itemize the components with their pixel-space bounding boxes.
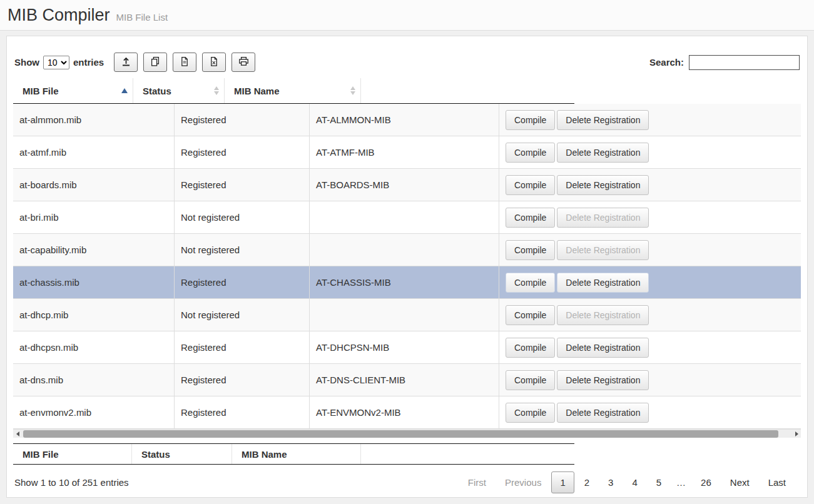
mib-file-cell: at-bri.mib xyxy=(13,201,175,233)
mib-file-list-panel: Show 10 entries xyxy=(6,36,808,498)
delete-registration-button[interactable]: Delete Registration xyxy=(557,338,649,358)
mib-name-cell: AT-ENVMONv2-MIB xyxy=(310,396,499,428)
copy-button[interactable] xyxy=(143,53,167,72)
pagination-1[interactable]: 1 xyxy=(551,471,574,493)
status-cell: Registered xyxy=(175,396,310,428)
column-header-label: MIB File xyxy=(23,86,59,96)
scrollbar-thumb[interactable] xyxy=(23,430,778,438)
mib-file-cell: at-dhcpsn.mib xyxy=(13,331,175,363)
delete-registration-button[interactable]: Delete Registration xyxy=(557,273,649,293)
mib-name-cell xyxy=(310,299,499,331)
mib-name-cell: AT-ALMMON-MIB xyxy=(310,104,499,136)
table-row[interactable]: at-capability.mib Not registered Compile… xyxy=(13,234,801,266)
compile-button[interactable]: Compile xyxy=(506,370,555,390)
status-cell: Registered xyxy=(175,266,310,298)
mib-name-cell: AT-DHCPSN-MIB xyxy=(310,331,499,363)
delete-registration-button[interactable]: Delete Registration xyxy=(557,110,649,130)
status-cell: Registered xyxy=(175,169,310,201)
pagination-first[interactable]: First xyxy=(459,471,495,493)
compile-button[interactable]: Compile xyxy=(506,273,555,293)
search-label: Search: xyxy=(649,57,684,68)
pagination-2[interactable]: 2 xyxy=(576,471,598,493)
column-header-status[interactable]: Status xyxy=(133,78,225,103)
pagination-3[interactable]: 3 xyxy=(599,471,622,493)
compile-button[interactable]: Compile xyxy=(506,305,555,325)
excel-export-button[interactable] xyxy=(202,53,226,72)
page-length-control: Show 10 entries xyxy=(14,56,104,69)
compile-button[interactable]: Compile xyxy=(506,110,555,130)
column-header-actions[interactable] xyxy=(361,78,574,103)
table-row[interactable]: at-dhcp.mib Not registered Compile Delet… xyxy=(13,299,801,331)
sort-down-icon xyxy=(214,91,219,95)
compile-button[interactable]: Compile xyxy=(506,338,555,358)
sort-down-icon xyxy=(350,91,355,95)
compile-button[interactable]: Compile xyxy=(506,208,555,228)
page-title: MIB Compiler xyxy=(8,6,110,24)
delete-registration-button[interactable]: Delete Registration xyxy=(557,143,649,163)
row-actions-cell: Compile Delete Registration xyxy=(499,396,801,428)
table-body: at-almmon.mib Registered AT-ALMMON-MIB C… xyxy=(13,104,801,429)
scrollbar-right-arrow-icon[interactable] xyxy=(792,430,801,438)
table-row[interactable]: at-dns.mib Registered AT-DNS-CLIENT-MIB … xyxy=(13,364,801,396)
upload-button[interactable] xyxy=(114,53,138,72)
mib-file-cell: at-envmonv2.mib xyxy=(13,396,175,428)
column-header-mib-name[interactable]: MIB Name xyxy=(225,78,361,103)
pagination-4[interactable]: 4 xyxy=(623,471,646,493)
table-controls: Show 10 entries xyxy=(14,53,800,72)
compile-button[interactable]: Compile xyxy=(506,175,555,195)
page-subtitle: MIB File List xyxy=(116,12,168,23)
entries-info: Show 1 to 10 of 251 entries xyxy=(14,477,129,488)
entries-select[interactable]: 10 xyxy=(43,56,69,69)
csv-export-button[interactable] xyxy=(173,53,196,72)
column-header-mib-file[interactable]: MIB File xyxy=(13,78,133,103)
table-row[interactable]: at-atmf.mib Registered AT-ATMF-MIB Compi… xyxy=(13,136,801,169)
pagination-previous[interactable]: Previous xyxy=(496,471,550,493)
compile-button[interactable]: Compile xyxy=(506,403,555,423)
scrollbar-left-arrow-icon[interactable] xyxy=(13,430,22,438)
row-actions-cell: Compile Delete Registration xyxy=(499,136,801,168)
row-actions-cell: Compile Delete Registration xyxy=(499,201,801,233)
status-cell: Registered xyxy=(175,364,310,396)
delete-registration-button[interactable]: Delete Registration xyxy=(557,208,649,228)
compile-button[interactable]: Compile xyxy=(506,143,555,163)
upload-icon xyxy=(121,56,131,69)
delete-registration-button[interactable]: Delete Registration xyxy=(557,240,649,260)
table-row[interactable]: at-bri.mib Not registered Compile Delete… xyxy=(13,201,801,234)
sort-up-icon xyxy=(350,86,355,90)
mib-name-cell: AT-BOARDS-MIB xyxy=(310,169,499,201)
mib-file-cell: at-capability.mib xyxy=(13,234,175,266)
table-row[interactable]: at-chassis.mib Registered AT-CHASSIS-MIB… xyxy=(13,266,801,299)
column-header-label: MIB Name xyxy=(234,86,280,96)
table-row[interactable]: at-almmon.mib Registered AT-ALMMON-MIB C… xyxy=(13,104,801,136)
table-row[interactable]: at-boards.mib Registered AT-BOARDS-MIB C… xyxy=(13,169,801,201)
table-row[interactable]: at-dhcpsn.mib Registered AT-DHCPSN-MIB C… xyxy=(13,331,801,364)
file-excel-icon xyxy=(209,56,219,69)
search-input[interactable] xyxy=(689,55,800,70)
footer-column-header-mib-file: MIB File xyxy=(13,444,132,464)
pagination-last[interactable]: Last xyxy=(760,471,795,493)
sort-icon xyxy=(121,88,128,93)
print-button[interactable] xyxy=(231,53,255,72)
sort-up-icon xyxy=(214,86,219,90)
footer-column-header-mib-name: MIB Name xyxy=(232,444,361,464)
pagination-next[interactable]: Next xyxy=(721,471,758,493)
copy-icon xyxy=(150,56,160,69)
horizontal-scrollbar[interactable] xyxy=(13,429,801,438)
pagination-26[interactable]: 26 xyxy=(692,471,720,493)
sort-asc-icon xyxy=(121,88,128,93)
delete-registration-button[interactable]: Delete Registration xyxy=(557,305,649,325)
column-header-label: Status xyxy=(143,86,171,96)
table-row[interactable]: at-envmonv2.mib Registered AT-ENVMONv2-M… xyxy=(13,396,801,429)
compile-button[interactable]: Compile xyxy=(506,240,555,260)
delete-registration-button[interactable]: Delete Registration xyxy=(557,370,649,390)
footer-column-header-status: Status xyxy=(132,444,232,464)
delete-registration-button[interactable]: Delete Registration xyxy=(557,175,649,195)
pagination-5[interactable]: 5 xyxy=(648,471,670,493)
mib-file-cell: at-chassis.mib xyxy=(13,266,175,298)
mib-file-cell: at-almmon.mib xyxy=(13,104,175,136)
delete-registration-button[interactable]: Delete Registration xyxy=(557,403,649,423)
footer-column-header-actions xyxy=(361,444,574,464)
row-actions-cell: Compile Delete Registration xyxy=(499,266,801,298)
row-actions-cell: Compile Delete Registration xyxy=(499,234,801,266)
mib-name-cell: AT-ATMF-MIB xyxy=(310,136,499,168)
